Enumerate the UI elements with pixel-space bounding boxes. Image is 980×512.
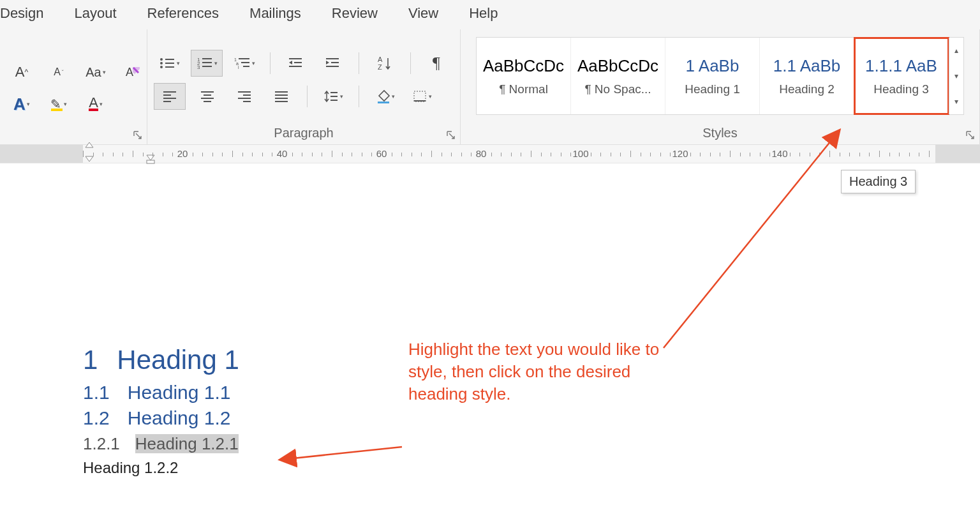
svg-marker-23 [289,61,292,64]
hanging-indent-marker-icon[interactable] [145,154,156,164]
svg-rect-17 [241,62,249,63]
ruler-number: 100 [572,148,588,159]
tab-references[interactable]: References [147,5,219,22]
clear-formatting-button[interactable]: A [117,59,148,85]
heading-number: 1 [83,345,98,375]
styles-dialog-launcher-icon[interactable] [965,130,976,140]
grow-font-button[interactable]: A^ [6,59,37,85]
svg-rect-20 [289,58,302,59]
style-heading-2[interactable]: 1.1 AaBb Heading 2 [760,38,854,114]
svg-marker-52 [85,142,93,147]
tab-design[interactable]: Design [0,5,43,22]
heading-text: Heading 1.1 [128,382,231,403]
style-heading-3[interactable]: 1.1.1 AaB Heading 3 [854,38,949,114]
svg-rect-21 [294,62,302,63]
separator [307,86,308,107]
sort-icon: AZ [378,56,392,71]
horizontal-ruler[interactable]: 20406080100120140 [0,145,980,163]
heading-text: Heading 1 [117,345,239,375]
justify-icon [274,90,289,103]
styles-group-label: Styles [467,126,973,143]
doc-heading-1-2-1-selected[interactable]: 1.2.1Heading 1.2.1 [83,434,980,454]
style-preview: AaBbCcDc [577,56,658,76]
annotation-callout: Highlight the text you would like to sty… [408,338,664,405]
svg-rect-19 [243,66,249,67]
group-paragraph: ▾ 123▾ 1ai▾ AZ ¶ ▾ [147,29,461,144]
heading-number: 1.2 [83,407,110,428]
group-font: A^ Aˇ Aa▾ A A▾ ✎▾ A▾ [0,29,147,144]
style-heading-1[interactable]: 1 AaBb Heading 1 [665,38,760,114]
ruler-number: 120 [672,148,688,159]
style-normal[interactable]: AaBbCcDc ¶ Normal [477,38,571,114]
tab-review[interactable]: Review [332,5,378,22]
svg-rect-26 [326,66,339,67]
svg-rect-56 [147,160,154,163]
style-no-spacing[interactable]: AaBbCcDc ¶ No Spac... [571,38,665,114]
svg-text:i: i [238,65,239,70]
change-case-button[interactable]: Aa▾ [80,59,111,85]
ribbon-tabs: Design Layout References Mailings Review… [0,0,980,29]
styles-scroll-down-button[interactable]: ▾ [949,63,963,89]
bullets-button[interactable]: ▾ [154,50,184,76]
align-center-icon [200,90,215,103]
svg-text:A: A [126,66,133,79]
svg-rect-42 [275,91,288,93]
justify-button[interactable] [266,84,297,109]
paragraph-dialog-launcher-icon[interactable] [446,130,456,140]
align-center-button[interactable] [192,84,223,109]
highlight-color-button[interactable]: ✎▾ [43,91,74,117]
svg-rect-25 [331,62,339,63]
ruler-left-margin [0,145,83,163]
text-effects-button[interactable]: A▾ [6,91,37,117]
font-dialog-launcher-icon[interactable] [133,130,143,140]
svg-marker-55 [147,155,154,160]
shrink-font-button[interactable]: Aˇ [43,59,74,85]
numbering-button[interactable]: 123▾ [191,50,223,77]
svg-rect-22 [289,66,302,67]
svg-text:3: 3 [197,64,200,70]
ruler-right-margin [935,145,980,163]
tab-view[interactable]: View [408,5,438,22]
svg-rect-33 [163,101,171,102]
style-preview: 1 AaBb [686,56,739,76]
styles-gallery: AaBbCcDc ¶ Normal AaBbCcDc ¶ No Spac... … [476,37,964,115]
svg-rect-37 [204,101,211,102]
svg-point-6 [160,66,163,68]
shading-button[interactable]: ▾ [369,84,400,109]
font-color-button[interactable]: A▾ [80,91,111,117]
svg-rect-47 [330,96,338,97]
align-right-button[interactable] [229,84,260,109]
outdent-icon [288,56,304,70]
styles-scroll-up-button[interactable]: ▴ [949,38,963,63]
show-paragraph-marks-button[interactable]: ¶ [421,50,452,76]
svg-rect-15 [239,58,249,59]
decrease-indent-button[interactable] [281,50,311,76]
separator [359,52,359,74]
svg-text:A: A [378,56,383,63]
align-left-icon [162,90,177,103]
styles-more-button[interactable]: ▾ [949,89,963,114]
svg-marker-27 [326,61,329,64]
tab-mailings[interactable]: Mailings [249,5,301,22]
style-name: Heading 3 [873,82,929,96]
doc-body-text[interactable]: Heading 1.2.2 [83,459,980,477]
align-left-button[interactable] [154,83,186,110]
svg-rect-5 [165,63,174,64]
doc-heading-1-2[interactable]: 1.2Heading 1.2 [83,407,980,429]
align-right-icon [237,90,252,103]
separator [410,52,411,74]
multilevel-list-button[interactable]: 1ai▾ [229,50,260,76]
styles-gallery-scroll: ▴ ▾ ▾ [949,38,963,114]
line-spacing-icon [323,89,339,103]
sort-button[interactable]: AZ [369,50,400,76]
indent-marker-icon[interactable] [83,141,96,163]
borders-icon [412,89,427,103]
style-name: ¶ No Spac... [584,82,651,96]
tab-help[interactable]: Help [469,5,498,22]
increase-indent-button[interactable] [318,50,348,76]
ruler-number: 20 [177,148,188,159]
style-name: Heading 2 [779,82,835,96]
line-spacing-button[interactable]: ▾ [318,84,348,109]
tab-layout[interactable]: Layout [74,5,116,22]
borders-button[interactable]: ▾ [406,84,437,109]
